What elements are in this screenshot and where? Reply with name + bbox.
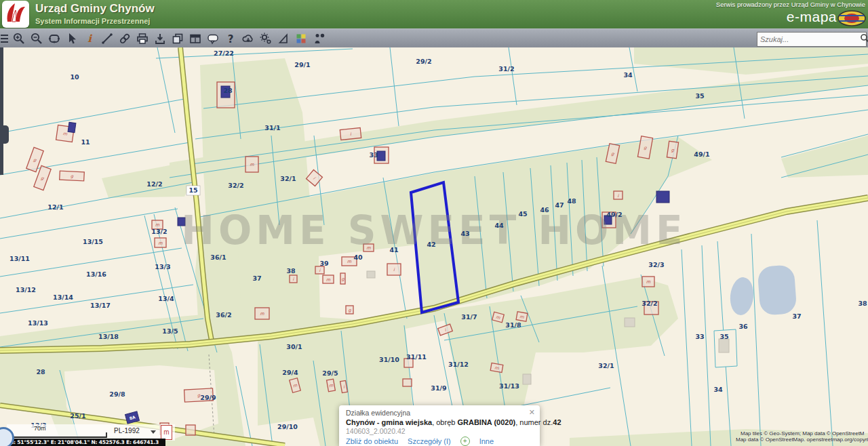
mirror-icon[interactable]: [276, 31, 291, 46]
building: [523, 374, 531, 384]
parcel-label: 13/16: [86, 270, 106, 278]
map-canvas[interactable]: mgggmimimmgggimmiimgmmigmmmiimmmg8A HOME…: [0, 47, 868, 446]
toolbar: i ?: [0, 28, 868, 49]
parcel-label: 13/18: [98, 333, 119, 340]
parcel-label: 46: [540, 206, 549, 214]
parcel-label: 45: [518, 210, 527, 218]
crs-select[interactable]: PL-1992: [114, 427, 140, 434]
layers-icon[interactable]: [0, 31, 9, 46]
parcel-label: 13/11: [9, 255, 30, 262]
cloud-download-icon[interactable]: [241, 31, 256, 46]
measure-unit-button[interactable]: m: [161, 425, 172, 440]
parcel-label: 31/13: [499, 382, 519, 390]
parcel-label: 13/2: [151, 228, 167, 235]
building: m: [255, 308, 269, 319]
layout-panels-icon[interactable]: [188, 31, 203, 46]
layer-panel-handle[interactable]: [0, 47, 3, 175]
parcel-label: 31/7: [461, 313, 477, 321]
zoom-out-icon[interactable]: [29, 31, 44, 46]
building: [656, 191, 669, 203]
street-view-icon[interactable]: [311, 31, 326, 46]
copy-view-icon[interactable]: [170, 31, 185, 46]
separator-text: , numer dz.: [515, 418, 553, 426]
download-icon[interactable]: [153, 31, 167, 46]
svg-text:m: m: [260, 311, 264, 317]
gmina-name: Chynów - gmina wiejska: [346, 418, 432, 426]
page-title: Urząd Gminy Chynów: [35, 2, 155, 16]
link-icon[interactable]: [117, 31, 132, 46]
parcel-label: 32/2: [642, 300, 657, 307]
select-area-icon[interactable]: [47, 31, 62, 46]
parcel-label: 35: [719, 333, 728, 340]
parcel-label: 29/10: [277, 423, 298, 430]
svg-text:m: m: [250, 162, 254, 167]
parcel-label: 31/9: [431, 384, 446, 392]
parcel-number: 42: [553, 418, 561, 426]
print-icon[interactable]: [135, 31, 150, 46]
parcel-label: 37: [792, 312, 801, 320]
info-icon[interactable]: i: [82, 31, 97, 46]
parcel-label: 13/14: [53, 293, 73, 301]
parcel-label: 27/22: [214, 49, 234, 57]
obreb-name: GRABINA (0020): [457, 418, 515, 426]
parcel-label: 13/12: [16, 286, 36, 293]
map-attribution: Map data © OpenStreetMap. openstreetmap.…: [736, 437, 868, 443]
svg-text:m: m: [326, 277, 331, 283]
details-link[interactable]: Szczegóły (I): [408, 437, 451, 445]
parcel-label: 15: [189, 186, 197, 194]
search-box: [757, 32, 867, 47]
other-link[interactable]: Inne: [479, 437, 494, 445]
header: Urząd Gminy Chynów System Informacji Prz…: [0, 0, 868, 29]
parcel-label: 29/1: [294, 61, 310, 68]
building: [367, 271, 375, 278]
parcel-label: 31/12: [448, 361, 469, 368]
pointer-icon[interactable]: [64, 31, 79, 46]
search-input[interactable]: [757, 35, 860, 43]
comment-icon[interactable]: [205, 31, 220, 46]
parcel-label: 35: [695, 92, 704, 100]
building: [68, 122, 76, 132]
building: [377, 151, 385, 161]
building: m: [490, 363, 503, 373]
parcel-label: 36: [738, 323, 748, 330]
building: [186, 425, 195, 435]
legend-grid-icon[interactable]: [294, 31, 309, 46]
parcel-label: 12/1: [47, 203, 63, 211]
parcel-label: 40: [353, 254, 363, 261]
parcel-label: 34: [623, 71, 633, 79]
parcel-label: 47: [555, 201, 564, 209]
building: i: [290, 275, 297, 283]
building: [719, 339, 729, 352]
parcel-label: 44: [494, 222, 504, 229]
parcel-label: 48: [567, 197, 576, 205]
measure-icon[interactable]: [100, 31, 115, 46]
search-icon[interactable]: [860, 33, 868, 45]
parcel-label: 13/5: [162, 327, 178, 335]
layer-panel-tab[interactable]: [0, 125, 9, 144]
emapa-globe-icon: [837, 9, 867, 30]
parcel-label: 29/5: [322, 369, 338, 377]
zoom-to-object-link[interactable]: Zbliż do obiektu: [346, 437, 398, 445]
settings-icon[interactable]: [258, 31, 273, 46]
close-icon[interactable]: ✕: [529, 408, 535, 417]
scale-bar: [12, 432, 106, 437]
building: g: [346, 306, 353, 314]
parcel-label: 30/1: [286, 343, 302, 350]
building: i: [315, 266, 324, 274]
parcel-label: 31/1: [264, 124, 280, 131]
chevron-down-icon[interactable]: [151, 430, 156, 434]
building-number-label: 28: [223, 87, 233, 94]
parcel-label: 29/4: [282, 369, 298, 376]
zoom-in-icon[interactable]: [12, 31, 26, 46]
parcel-label: 42: [427, 241, 435, 248]
parcel-label: 32/1: [598, 362, 614, 369]
svg-text:m: m: [646, 279, 651, 285]
plus-icon[interactable]: +: [460, 437, 470, 446]
parcel-label: 36/1: [210, 254, 226, 261]
toolbar-icons: i ?: [0, 31, 326, 46]
parcel-label: 31/8: [505, 321, 521, 329]
help-icon[interactable]: ?: [223, 31, 238, 46]
parcel-label: 10: [70, 73, 79, 81]
parcel-label: 32/3: [648, 261, 664, 268]
building: [403, 379, 412, 386]
